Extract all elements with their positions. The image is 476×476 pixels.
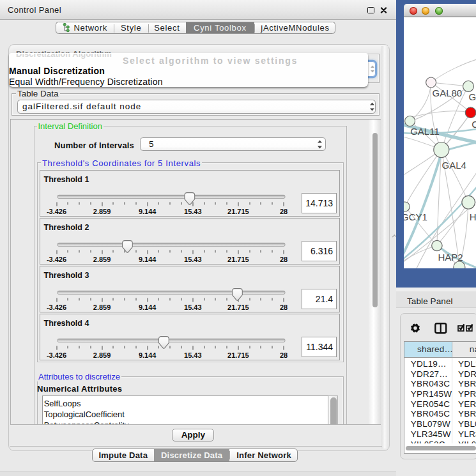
svg-text:HAP2: HAP2 (438, 252, 463, 263)
svg-text:GAL4: GAL4 (442, 160, 466, 171)
svg-text:HA: HA (470, 211, 476, 222)
svg-text:C: C (472, 119, 476, 130)
svg-text:GCY1: GCY1 (404, 211, 427, 222)
svg-text:GAL11: GAL11 (411, 126, 440, 137)
svg-text:GA: GA (469, 91, 476, 102)
svg-text:GAL80: GAL80 (433, 88, 463, 98)
